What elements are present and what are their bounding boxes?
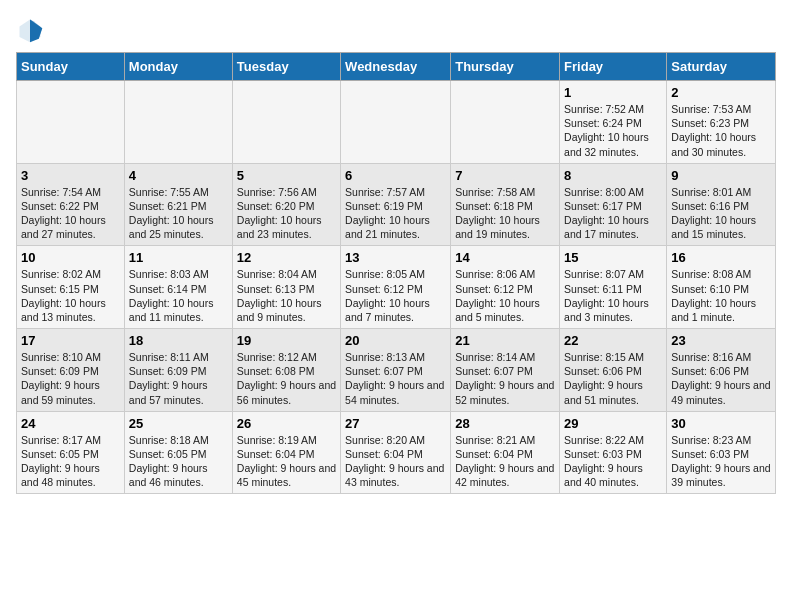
day-cell: 24Sunrise: 8:17 AM Sunset: 6:05 PM Dayli… xyxy=(17,411,125,494)
day-number: 4 xyxy=(129,168,228,183)
calendar-header: SundayMondayTuesdayWednesdayThursdayFrid… xyxy=(17,53,776,81)
day-info: Sunrise: 7:58 AM Sunset: 6:18 PM Dayligh… xyxy=(455,185,555,242)
day-number: 16 xyxy=(671,250,771,265)
day-info: Sunrise: 8:15 AM Sunset: 6:06 PM Dayligh… xyxy=(564,350,662,407)
day-number: 19 xyxy=(237,333,336,348)
day-number: 22 xyxy=(564,333,662,348)
day-number: 23 xyxy=(671,333,771,348)
day-cell xyxy=(341,81,451,164)
day-cell: 22Sunrise: 8:15 AM Sunset: 6:06 PM Dayli… xyxy=(560,329,667,412)
day-number: 13 xyxy=(345,250,446,265)
day-number: 18 xyxy=(129,333,228,348)
page-header xyxy=(16,16,776,44)
day-cell xyxy=(451,81,560,164)
day-info: Sunrise: 8:19 AM Sunset: 6:04 PM Dayligh… xyxy=(237,433,336,490)
day-info: Sunrise: 8:08 AM Sunset: 6:10 PM Dayligh… xyxy=(671,267,771,324)
day-number: 28 xyxy=(455,416,555,431)
day-info: Sunrise: 7:55 AM Sunset: 6:21 PM Dayligh… xyxy=(129,185,228,242)
day-number: 1 xyxy=(564,85,662,100)
day-info: Sunrise: 7:56 AM Sunset: 6:20 PM Dayligh… xyxy=(237,185,336,242)
day-cell: 30Sunrise: 8:23 AM Sunset: 6:03 PM Dayli… xyxy=(667,411,776,494)
week-row-3: 10Sunrise: 8:02 AM Sunset: 6:15 PM Dayli… xyxy=(17,246,776,329)
day-info: Sunrise: 8:02 AM Sunset: 6:15 PM Dayligh… xyxy=(21,267,120,324)
day-info: Sunrise: 8:23 AM Sunset: 6:03 PM Dayligh… xyxy=(671,433,771,490)
header-cell-thursday: Thursday xyxy=(451,53,560,81)
day-number: 29 xyxy=(564,416,662,431)
day-number: 25 xyxy=(129,416,228,431)
day-cell: 7Sunrise: 7:58 AM Sunset: 6:18 PM Daylig… xyxy=(451,163,560,246)
day-info: Sunrise: 8:21 AM Sunset: 6:04 PM Dayligh… xyxy=(455,433,555,490)
day-number: 10 xyxy=(21,250,120,265)
day-cell xyxy=(124,81,232,164)
day-info: Sunrise: 8:13 AM Sunset: 6:07 PM Dayligh… xyxy=(345,350,446,407)
week-row-1: 1Sunrise: 7:52 AM Sunset: 6:24 PM Daylig… xyxy=(17,81,776,164)
header-cell-monday: Monday xyxy=(124,53,232,81)
day-info: Sunrise: 8:00 AM Sunset: 6:17 PM Dayligh… xyxy=(564,185,662,242)
day-number: 2 xyxy=(671,85,771,100)
day-cell: 19Sunrise: 8:12 AM Sunset: 6:08 PM Dayli… xyxy=(232,329,340,412)
day-number: 9 xyxy=(671,168,771,183)
day-cell: 26Sunrise: 8:19 AM Sunset: 6:04 PM Dayli… xyxy=(232,411,340,494)
day-number: 21 xyxy=(455,333,555,348)
day-number: 3 xyxy=(21,168,120,183)
day-cell: 29Sunrise: 8:22 AM Sunset: 6:03 PM Dayli… xyxy=(560,411,667,494)
day-cell: 18Sunrise: 8:11 AM Sunset: 6:09 PM Dayli… xyxy=(124,329,232,412)
header-cell-wednesday: Wednesday xyxy=(341,53,451,81)
day-cell: 9Sunrise: 8:01 AM Sunset: 6:16 PM Daylig… xyxy=(667,163,776,246)
day-number: 30 xyxy=(671,416,771,431)
day-info: Sunrise: 8:20 AM Sunset: 6:04 PM Dayligh… xyxy=(345,433,446,490)
day-cell: 3Sunrise: 7:54 AM Sunset: 6:22 PM Daylig… xyxy=(17,163,125,246)
day-info: Sunrise: 8:11 AM Sunset: 6:09 PM Dayligh… xyxy=(129,350,228,407)
day-number: 12 xyxy=(237,250,336,265)
day-info: Sunrise: 8:16 AM Sunset: 6:06 PM Dayligh… xyxy=(671,350,771,407)
day-info: Sunrise: 8:05 AM Sunset: 6:12 PM Dayligh… xyxy=(345,267,446,324)
logo-icon xyxy=(16,16,44,44)
day-cell: 14Sunrise: 8:06 AM Sunset: 6:12 PM Dayli… xyxy=(451,246,560,329)
day-cell: 23Sunrise: 8:16 AM Sunset: 6:06 PM Dayli… xyxy=(667,329,776,412)
day-cell: 5Sunrise: 7:56 AM Sunset: 6:20 PM Daylig… xyxy=(232,163,340,246)
day-info: Sunrise: 8:17 AM Sunset: 6:05 PM Dayligh… xyxy=(21,433,120,490)
day-info: Sunrise: 8:22 AM Sunset: 6:03 PM Dayligh… xyxy=(564,433,662,490)
day-number: 20 xyxy=(345,333,446,348)
day-cell: 11Sunrise: 8:03 AM Sunset: 6:14 PM Dayli… xyxy=(124,246,232,329)
day-info: Sunrise: 8:04 AM Sunset: 6:13 PM Dayligh… xyxy=(237,267,336,324)
day-number: 17 xyxy=(21,333,120,348)
day-number: 24 xyxy=(21,416,120,431)
day-info: Sunrise: 7:57 AM Sunset: 6:19 PM Dayligh… xyxy=(345,185,446,242)
day-cell: 12Sunrise: 8:04 AM Sunset: 6:13 PM Dayli… xyxy=(232,246,340,329)
day-number: 27 xyxy=(345,416,446,431)
day-cell: 6Sunrise: 7:57 AM Sunset: 6:19 PM Daylig… xyxy=(341,163,451,246)
logo xyxy=(16,16,48,44)
day-info: Sunrise: 8:01 AM Sunset: 6:16 PM Dayligh… xyxy=(671,185,771,242)
day-info: Sunrise: 8:18 AM Sunset: 6:05 PM Dayligh… xyxy=(129,433,228,490)
week-row-4: 17Sunrise: 8:10 AM Sunset: 6:09 PM Dayli… xyxy=(17,329,776,412)
day-info: Sunrise: 7:53 AM Sunset: 6:23 PM Dayligh… xyxy=(671,102,771,159)
header-cell-tuesday: Tuesday xyxy=(232,53,340,81)
day-cell: 16Sunrise: 8:08 AM Sunset: 6:10 PM Dayli… xyxy=(667,246,776,329)
day-info: Sunrise: 7:54 AM Sunset: 6:22 PM Dayligh… xyxy=(21,185,120,242)
day-number: 7 xyxy=(455,168,555,183)
day-info: Sunrise: 8:06 AM Sunset: 6:12 PM Dayligh… xyxy=(455,267,555,324)
day-cell xyxy=(17,81,125,164)
day-number: 14 xyxy=(455,250,555,265)
day-cell: 4Sunrise: 7:55 AM Sunset: 6:21 PM Daylig… xyxy=(124,163,232,246)
day-number: 26 xyxy=(237,416,336,431)
day-cell xyxy=(232,81,340,164)
day-number: 15 xyxy=(564,250,662,265)
day-cell: 28Sunrise: 8:21 AM Sunset: 6:04 PM Dayli… xyxy=(451,411,560,494)
calendar-table: SundayMondayTuesdayWednesdayThursdayFrid… xyxy=(16,52,776,494)
day-info: Sunrise: 8:14 AM Sunset: 6:07 PM Dayligh… xyxy=(455,350,555,407)
svg-marker-2 xyxy=(30,20,42,43)
day-cell: 10Sunrise: 8:02 AM Sunset: 6:15 PM Dayli… xyxy=(17,246,125,329)
day-cell: 17Sunrise: 8:10 AM Sunset: 6:09 PM Dayli… xyxy=(17,329,125,412)
day-cell: 25Sunrise: 8:18 AM Sunset: 6:05 PM Dayli… xyxy=(124,411,232,494)
day-info: Sunrise: 8:12 AM Sunset: 6:08 PM Dayligh… xyxy=(237,350,336,407)
day-info: Sunrise: 8:10 AM Sunset: 6:09 PM Dayligh… xyxy=(21,350,120,407)
calendar-body: 1Sunrise: 7:52 AM Sunset: 6:24 PM Daylig… xyxy=(17,81,776,494)
week-row-5: 24Sunrise: 8:17 AM Sunset: 6:05 PM Dayli… xyxy=(17,411,776,494)
day-cell: 20Sunrise: 8:13 AM Sunset: 6:07 PM Dayli… xyxy=(341,329,451,412)
week-row-2: 3Sunrise: 7:54 AM Sunset: 6:22 PM Daylig… xyxy=(17,163,776,246)
day-cell: 2Sunrise: 7:53 AM Sunset: 6:23 PM Daylig… xyxy=(667,81,776,164)
day-cell: 13Sunrise: 8:05 AM Sunset: 6:12 PM Dayli… xyxy=(341,246,451,329)
day-cell: 21Sunrise: 8:14 AM Sunset: 6:07 PM Dayli… xyxy=(451,329,560,412)
